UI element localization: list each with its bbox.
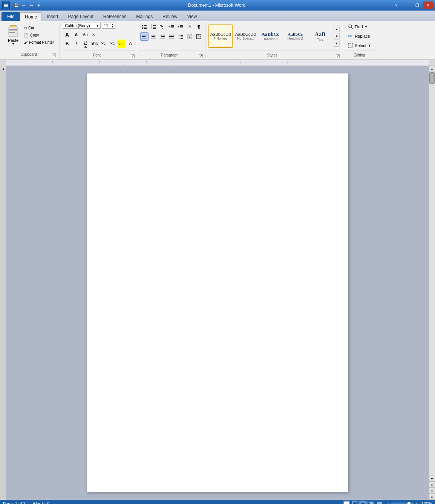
show-paragraph-button[interactable]: ¶ xyxy=(195,23,203,31)
font-grow-button[interactable]: A xyxy=(63,31,71,39)
format-painter-button[interactable]: 🖌 Format Painter xyxy=(22,39,56,45)
font-name-selector[interactable]: Calibri (Body) ▼ xyxy=(63,23,101,29)
underline-button[interactable]: U ▼ xyxy=(81,40,89,48)
web-layout-icon xyxy=(360,501,366,504)
redo-quick-btn[interactable]: ↪ xyxy=(28,2,35,9)
justify-button[interactable] xyxy=(167,32,176,41)
superscript-button[interactable]: X2 xyxy=(108,40,116,48)
undo-quick-btn[interactable]: ↩ xyxy=(20,2,27,9)
svg-text:5: 5 xyxy=(240,60,242,63)
underline-dropdown[interactable]: ▼ xyxy=(84,45,87,47)
select-button[interactable]: Select ▼ xyxy=(345,41,374,50)
style-title[interactable]: AaB Title xyxy=(308,24,332,48)
font-expand-button[interactable]: ↗ xyxy=(131,54,135,58)
styles-scroll-down[interactable]: ▼ xyxy=(334,33,340,40)
styles-group-expand-button[interactable]: ↗ xyxy=(336,54,340,58)
font-shrink-button[interactable]: A xyxy=(72,31,80,39)
clear-formatting-button[interactable]: ✕ xyxy=(90,31,98,39)
web-layout-view-btn[interactable] xyxy=(359,501,367,504)
full-screen-view-btn[interactable] xyxy=(351,501,358,504)
view-buttons xyxy=(343,501,383,504)
select-dropdown[interactable]: ▼ xyxy=(368,44,371,47)
restore-button[interactable]: ❐ xyxy=(412,2,422,9)
find-button[interactable]: Find ▼ xyxy=(345,23,374,31)
font-size-down[interactable]: ▼ xyxy=(111,26,113,28)
scroll-track[interactable] xyxy=(429,72,435,475)
tab-review[interactable]: Review xyxy=(158,12,182,21)
style-heading2[interactable]: AaBbCc Heading 2 xyxy=(283,24,307,48)
borders-button[interactable] xyxy=(195,32,203,41)
increase-indent-button[interactable] xyxy=(176,23,185,31)
quick-access-more-btn[interactable]: ▼ xyxy=(35,2,42,9)
sort-button[interactable]: ↕A xyxy=(185,23,194,31)
zoom-minus-button[interactable]: − xyxy=(386,501,389,504)
tab-file[interactable]: File xyxy=(2,12,20,21)
find-dropdown[interactable]: ▼ xyxy=(365,26,368,28)
zoom-percent[interactable]: 100% xyxy=(421,501,432,504)
paragraph-expand-button[interactable]: ↗ xyxy=(199,54,203,58)
scroll-thumb[interactable] xyxy=(429,72,435,84)
font-color-button[interactable]: A xyxy=(126,40,135,48)
paste-button[interactable]: Paste ▼ xyxy=(5,23,21,46)
numbering-button[interactable]: 1. 2. 3. xyxy=(149,23,158,31)
zoom-thumb[interactable] xyxy=(407,502,411,504)
help-button[interactable]: ? xyxy=(391,2,401,9)
subscript-button[interactable]: X2 xyxy=(99,40,107,48)
zoom-plus-button[interactable]: + xyxy=(415,501,418,504)
bullets-button[interactable] xyxy=(140,23,149,31)
tab-view[interactable]: View xyxy=(182,12,202,21)
tab-insert[interactable]: Insert xyxy=(42,12,63,21)
text-highlight-button[interactable]: ab xyxy=(117,40,126,48)
browse-object-button[interactable]: ○ xyxy=(429,488,435,494)
scroll-down-arrow[interactable]: ▼ xyxy=(429,476,435,482)
copy-button[interactable]: 📋 Copy xyxy=(22,32,56,38)
close-button[interactable]: ✕ xyxy=(423,2,433,9)
svg-rect-80 xyxy=(352,502,357,504)
font-size-selector[interactable]: 11 ▲ ▼ xyxy=(102,23,115,29)
minimize-button[interactable]: — xyxy=(402,2,412,9)
print-layout-view-btn[interactable] xyxy=(343,501,350,504)
tab-home[interactable]: Home xyxy=(20,12,42,21)
outline-view-btn[interactable] xyxy=(368,501,375,504)
styles-group-label: Styles xyxy=(208,52,336,58)
clipboard-expand-button[interactable]: ↗ xyxy=(52,53,56,57)
borders-icon xyxy=(196,34,201,39)
ribbon-content: Paste ▼ ✂ Cut 📋 Copy xyxy=(0,21,435,60)
tab-mailings[interactable]: Mailings xyxy=(131,12,158,21)
font-name-arrow: ▼ xyxy=(96,24,99,27)
bold-button[interactable]: B xyxy=(63,40,71,48)
strikethrough-button[interactable]: abc xyxy=(90,40,98,48)
shading-button[interactable]: ▲ xyxy=(185,32,194,41)
line-spacing-button[interactable] xyxy=(176,32,185,41)
svg-rect-39 xyxy=(160,38,165,38)
find-icon xyxy=(348,24,353,29)
italic-button[interactable]: I xyxy=(72,40,80,48)
decrease-indent-button[interactable] xyxy=(167,23,176,31)
word-count: Words: 0 xyxy=(33,501,49,504)
sort-icon: ↕A xyxy=(187,24,192,29)
style-heading1[interactable]: AaBbCc Heading 1 xyxy=(258,24,282,48)
styles-expand-button[interactable]: ▼ xyxy=(334,40,340,47)
left-sidebar-top[interactable]: ◄ xyxy=(0,66,6,72)
align-right-button[interactable] xyxy=(158,32,167,41)
styles-scroll-up[interactable]: ▲ xyxy=(334,26,340,32)
align-center-button[interactable] xyxy=(149,32,158,41)
document-scroll-area[interactable] xyxy=(6,66,429,500)
tab-references[interactable]: References xyxy=(98,12,131,21)
style-no-spacing[interactable]: AaBbCcDd No Spaci... xyxy=(233,24,257,48)
tab-page-layout[interactable]: Page Layout xyxy=(63,12,98,21)
change-case-button[interactable]: Aa xyxy=(81,31,89,39)
align-left-button[interactable] xyxy=(140,32,149,41)
replace-button[interactable]: ab Replace xyxy=(345,32,374,40)
font-name-value: Calibri (Body) xyxy=(65,23,96,28)
multilevel-list-button[interactable] xyxy=(158,23,167,31)
draft-view-btn[interactable] xyxy=(376,501,383,504)
document-page[interactable] xyxy=(87,73,348,492)
save-quick-btn[interactable]: 💾 xyxy=(13,2,20,9)
browse-next-button[interactable]: ● xyxy=(429,494,435,500)
zoom-slider[interactable] xyxy=(391,502,414,504)
browse-prev-button[interactable]: ● xyxy=(429,482,435,488)
cut-button[interactable]: ✂ Cut xyxy=(22,25,56,31)
scroll-up-arrow[interactable]: ▲ xyxy=(429,66,435,72)
style-normal[interactable]: AaBbCcDd ¶ Normal xyxy=(208,24,233,48)
